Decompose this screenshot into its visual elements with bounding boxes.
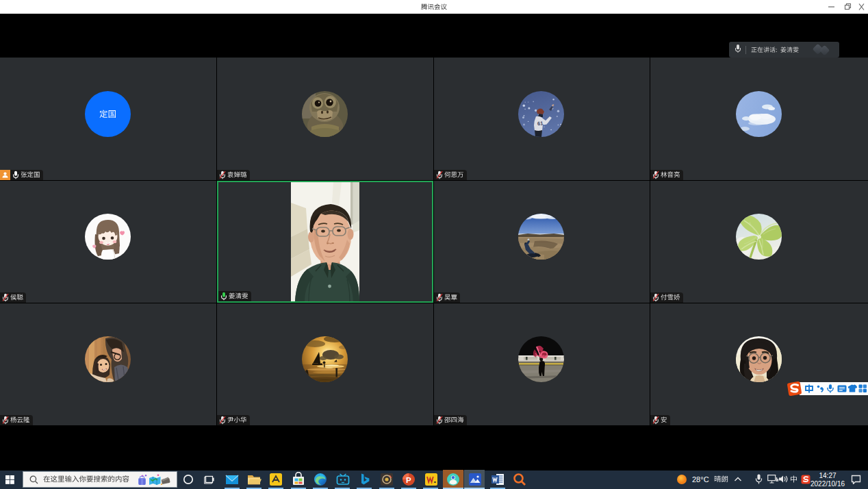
svg-text:61: 61 bbox=[537, 120, 544, 127]
svg-text:P: P bbox=[406, 476, 411, 484]
